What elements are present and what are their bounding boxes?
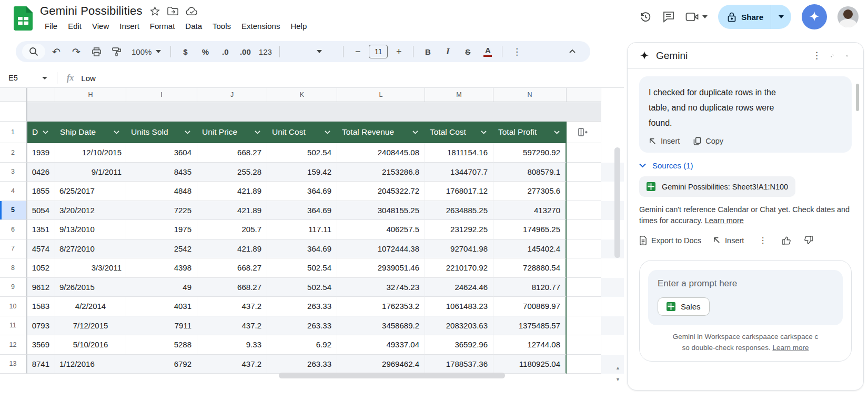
row-header-6[interactable]: 6 — [0, 220, 27, 239]
row-header-13[interactable]: 13 — [0, 355, 27, 374]
cell-r9-order-id[interactable]: 9612 — [27, 278, 55, 297]
cell-r10-ship-date[interactable]: 4/2/2014 — [55, 297, 126, 316]
footer-learn-more-link[interactable]: Learn more — [772, 344, 809, 352]
column-header-J[interactable]: J — [197, 88, 267, 102]
table-header-unit-cost[interactable]: Unit Cost — [267, 122, 337, 143]
menu-extensions[interactable]: Extensions — [237, 20, 285, 32]
text-color-button[interactable]: A — [479, 44, 497, 59]
name-box-caret-icon[interactable] — [42, 77, 47, 79]
increase-decimal-button[interactable]: .00 — [236, 44, 254, 59]
move-folder-icon[interactable] — [167, 6, 178, 16]
menu-edit[interactable]: Edit — [63, 20, 86, 32]
row-header-9[interactable]: 9 — [0, 278, 27, 297]
panel-scrollbar-thumb[interactable] — [856, 84, 859, 111]
cell-r2-units-sold[interactable]: 3604 — [126, 143, 197, 163]
column-header-K[interactable]: K — [267, 88, 337, 102]
cell-r9-total-cost[interactable]: 24624.46 — [425, 278, 493, 297]
cell-r3-total-revenue[interactable]: 2153286.8 — [337, 163, 425, 182]
cell-r2-ship-date[interactable]: 12/10/2015 — [55, 143, 126, 163]
cell-r5-total-profit[interactable]: 413270 — [493, 201, 567, 221]
copy-response-button[interactable]: Copy — [693, 137, 723, 145]
cell-r11-unit-cost[interactable]: 263.33 — [267, 316, 337, 336]
cell-r3-total-cost[interactable]: 1344707.7 — [425, 163, 493, 182]
cloud-saved-icon[interactable] — [186, 7, 198, 16]
cell-r8-units-sold[interactable]: 4398 — [126, 258, 197, 278]
cell-r3-total-profit[interactable]: 808579.1 — [493, 163, 567, 182]
cell-r12-after-table[interactable] — [567, 335, 601, 355]
add-column-cell[interactable] — [567, 122, 601, 143]
column-header-blank[interactable] — [567, 88, 601, 102]
vertical-scrollbar-thumb[interactable] — [614, 147, 620, 258]
cell-r2-total-cost[interactable]: 1811154.16 — [425, 143, 493, 163]
bold-button[interactable]: B — [419, 44, 437, 59]
source-chip[interactable]: Gemini Possibilities: Sheet3!A1:N100 — [639, 176, 795, 197]
formula-input[interactable]: Low — [81, 74, 96, 83]
cell-r11-total-revenue[interactable]: 3458689.2 — [337, 316, 425, 336]
cell-r4-units-sold[interactable]: 4848 — [126, 182, 197, 201]
row-header-3[interactable]: 3 — [0, 163, 27, 182]
cell-r10-order-id[interactable]: 1583 — [27, 297, 55, 316]
cell-r6-total-profit[interactable]: 174965.25 — [493, 220, 567, 239]
cell-r6-total-revenue[interactable]: 406257.5 — [337, 220, 425, 239]
menu-view[interactable]: View — [87, 20, 114, 32]
row-header-2[interactable]: 2 — [0, 143, 27, 163]
undo-button[interactable]: ↶ — [47, 44, 65, 59]
cell-r13-unit-cost[interactable]: 263.33 — [267, 355, 337, 374]
search-menus-button[interactable] — [22, 44, 45, 59]
cell-r9-after-table[interactable] — [567, 278, 601, 297]
column-header-L[interactable]: L — [337, 88, 425, 102]
cell-r10-total-revenue[interactable]: 1762353.2 — [337, 297, 425, 316]
cell-r2-order-id[interactable]: 1939 — [27, 143, 55, 163]
cell-r6-ship-date[interactable]: 9/13/2010 — [55, 220, 126, 239]
table-header-total-profit[interactable]: Total Profit — [493, 122, 567, 143]
cell-r5-ship-date[interactable]: 3/20/2012 — [55, 201, 126, 221]
cell-r4-unit-cost[interactable]: 364.69 — [267, 182, 337, 201]
star-icon[interactable] — [150, 6, 160, 16]
table-header-partial[interactable]: D — [27, 122, 55, 143]
cell-r5-total-revenue[interactable]: 3048155.25 — [337, 201, 425, 221]
collapse-toolbar-icon[interactable] — [568, 47, 577, 56]
cell-r4-unit-price[interactable]: 421.89 — [197, 182, 267, 201]
notice-learn-more-link[interactable]: Learn more — [705, 216, 744, 225]
cell-r6-order-id[interactable]: 1351 — [27, 220, 55, 239]
row-header-11[interactable]: 11 — [0, 316, 27, 336]
column-header-N[interactable]: N — [493, 88, 567, 102]
increase-font-size-button[interactable]: + — [390, 44, 408, 59]
decrease-decimal-button[interactable]: .0 — [216, 44, 234, 59]
format-percent-button[interactable]: % — [196, 44, 214, 59]
cell-r10-unit-price[interactable]: 437.2 — [197, 297, 267, 316]
cell-r7-total-cost[interactable]: 927041.98 — [425, 239, 493, 259]
table-header-total-cost[interactable]: Total Cost — [425, 122, 493, 143]
cell-r8-after-table[interactable] — [567, 258, 601, 278]
thumb-down-icon[interactable] — [803, 235, 813, 245]
cell-r3-after-table[interactable] — [567, 163, 601, 182]
zoom-control[interactable]: 100% — [127, 44, 165, 59]
row-header-10[interactable]: 10 — [0, 297, 27, 316]
cell-r7-unit-price[interactable]: 421.89 — [197, 239, 267, 259]
row-header-5[interactable]: 5 — [0, 201, 27, 221]
cell-r3-ship-date[interactable]: 9/1/2011 — [55, 163, 126, 182]
cell-r3-unit-cost[interactable]: 159.42 — [267, 163, 337, 182]
font-size-input[interactable]: 11 — [369, 45, 388, 58]
document-title[interactable]: Gemini Possibilities — [40, 4, 143, 18]
cell-r4-total-cost[interactable]: 1768017.12 — [425, 182, 493, 201]
cell-r6-unit-price[interactable]: 205.7 — [197, 220, 267, 239]
cell-r4-order-id[interactable]: 1855 — [27, 182, 55, 201]
column-header-blank[interactable] — [27, 88, 55, 102]
cell-r7-units-sold[interactable]: 2542 — [126, 239, 197, 259]
paint-format-button[interactable] — [107, 44, 125, 59]
cell-r6-units-sold[interactable]: 1975 — [126, 220, 197, 239]
cell-r12-order-id[interactable]: 3569 — [27, 335, 55, 355]
select-all-corner[interactable] — [0, 88, 27, 102]
cell-r4-after-table[interactable] — [567, 182, 601, 201]
format-currency-button[interactable]: $ — [176, 44, 194, 59]
table-header-ship-date[interactable]: Ship Date — [55, 122, 126, 143]
cell-r8-unit-cost[interactable]: 502.54 — [267, 258, 337, 278]
table-header-units-sold[interactable]: Units Sold — [126, 122, 197, 143]
prompt-input[interactable]: Enter a prompt here Sales — [648, 270, 843, 325]
share-dropdown[interactable] — [771, 5, 791, 29]
cell-r13-ship-date[interactable]: 1/12/2016 — [55, 355, 126, 374]
column-header-M[interactable]: M — [425, 88, 493, 102]
panel-more-icon[interactable]: ⋮ — [809, 47, 824, 64]
select-all-corner[interactable] — [0, 102, 27, 122]
